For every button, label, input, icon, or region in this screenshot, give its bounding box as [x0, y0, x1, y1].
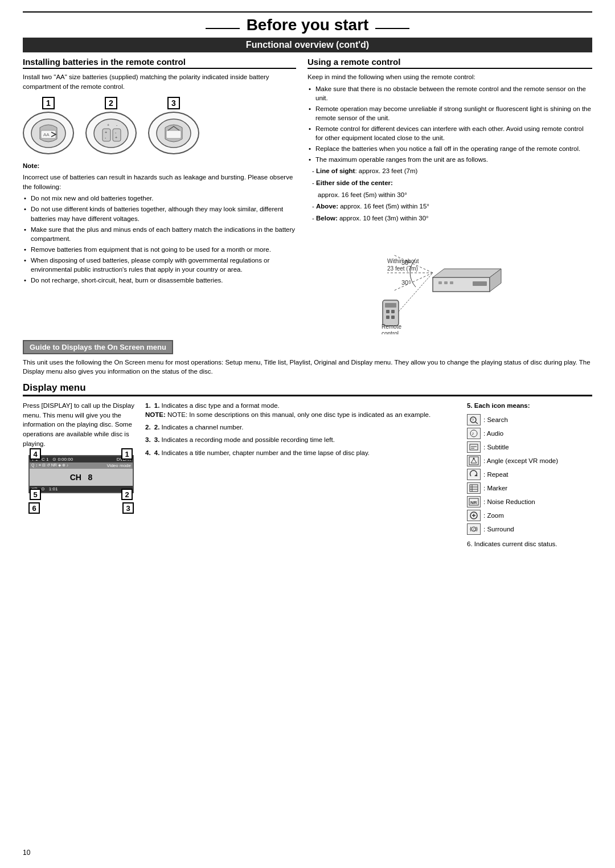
svg-rect-32 [386, 316, 390, 319]
screen-video-mode: Video mode [106, 463, 131, 468]
display-press-text: Press [DISPLAY] to call up the Display m… [23, 401, 137, 448]
page-title: Before you start [247, 16, 369, 34]
svg-text:+: + [107, 123, 109, 127]
item1-text: Indicates a disc type and a format mode. [162, 402, 280, 409]
item3-text: Indicates a recording mode and possible … [162, 436, 335, 443]
icon-nr: NR : Noise Reduction [467, 496, 592, 507]
screen-display: T 1 C 1 ⊙ 0:00:00 DVD-R Q ↕ ≡ ⊟ ↺ NR ◈ ⊕… [28, 455, 134, 493]
display-menu-title: Display menu [23, 382, 592, 396]
range-4: - Below: approx. 10 feet (3m) within 30° [312, 214, 592, 223]
corner-6: 6 [28, 502, 40, 514]
remote-bullet-list: Make sure that there is no obstacle betw… [308, 84, 592, 165]
screen-diagram-wrapper: 4 1 T 1 C 1 ⊙ 0:00:00 DVD-R Q ↕ ≡ ⊟ ↺ NR… [28, 455, 134, 493]
bullet-item: Do not recharge, short-circuit, heat, bu… [23, 276, 296, 285]
svg-rect-33 [391, 316, 395, 319]
range-1: - Line of sight: approx. 23 feet (7m) [312, 166, 592, 176]
step-3-num: 3 [167, 97, 180, 109]
screen-body: CH 8 [30, 469, 133, 486]
audio-label: : Audio [483, 430, 503, 437]
svg-rect-13 [166, 130, 181, 138]
range-2: - Either side of the center: [312, 178, 592, 188]
icon-audio: ♪ : Audio [467, 428, 592, 439]
svg-line-23 [393, 273, 433, 291]
right-column: Using a remote control Keep in mind the … [308, 57, 592, 334]
remote-bullet-1: Make sure that there is no obstacle betw… [308, 84, 592, 103]
title-decoration-left [206, 28, 240, 29]
battery-intro: Install two "AA" size batteries (supplie… [23, 72, 296, 91]
search-label: : Search [483, 416, 508, 423]
svg-text:Within about: Within about [387, 258, 419, 264]
svg-rect-29 [385, 303, 396, 308]
svg-marker-15 [433, 269, 501, 277]
svg-rect-17 [438, 281, 442, 284]
svg-point-47 [473, 457, 475, 459]
icon-subtitle: : Subtitle [467, 441, 592, 453]
svg-text:?: ? [472, 417, 474, 423]
screen-mode-bar: Q ↕ ≡ ⊟ ↺ NR ◈ ⊕ ♪ Video mode [30, 462, 133, 469]
display-menu-cols: Press [DISPLAY] to call up the Display m… [23, 401, 592, 551]
svg-rect-31 [391, 310, 395, 313]
remote-intro: Keep in mind the following when using th… [308, 72, 592, 82]
using-remote-header: Using a remote control [308, 57, 592, 69]
display-col-3: 5. Each icon means: ? : Search ♪ : Audio [467, 401, 592, 551]
icon-search: ? : Search [467, 414, 592, 425]
subtitle-label: : Subtitle [483, 444, 509, 451]
note-text: Incorrect use of batteries can result in… [23, 173, 296, 191]
display-col-2: 1. Indicates a disc type and a format mo… [145, 401, 458, 551]
audio-icon-box: ♪ [467, 428, 481, 439]
battery-img-1: AA [23, 112, 74, 154]
marker-icon-box [467, 482, 481, 494]
item6-text: 6. Indicates current disc status. [467, 539, 592, 549]
guide-section: Guide to Displays the On Screen menu Thi… [23, 340, 592, 376]
remote-bullet-3: Remote control for different devices can… [308, 124, 592, 142]
numbered-item-2: 2. Indicates a channel number. [145, 423, 458, 432]
nr-icon-box: NR [467, 496, 481, 507]
angle-label: : Angle (except VR mode) [483, 457, 558, 464]
screen-bottom-bar: XP ⊙ 1:01 [30, 486, 133, 492]
bullet-item: Do not mix new and old batteries togethe… [23, 194, 296, 203]
svg-rect-42 [470, 444, 478, 450]
battery-step-1: 1 AA [23, 97, 74, 154]
battery-step-3: 3 [148, 97, 199, 154]
display-menu-section: Display menu Press [DISPLAY] to call up … [23, 382, 592, 551]
surround-icon-box: ♫ [467, 523, 481, 535]
nr-label: : Noise Reduction [483, 498, 535, 505]
range-svg: 30° 30° Within about 23 feet (7m) Remote… [376, 232, 524, 334]
svg-rect-19 [450, 281, 453, 284]
installing-batteries-header: Installing batteries in the remote contr… [23, 57, 296, 69]
zoom-icon-box [467, 510, 481, 521]
marker-label: : Marker [483, 485, 507, 492]
battery-bullet-list: Do not mix new and old batteries togethe… [23, 194, 296, 285]
bullet-item: Do not use different kinds of batteries … [23, 204, 296, 223]
remote-bullet-5: The maximum operable ranges from the uni… [308, 155, 592, 164]
step-1-num: 1 [42, 97, 55, 109]
ranges-list: - Line of sight: approx. 23 feet (7m) - … [312, 166, 592, 223]
icons-header: 5. Each icon means: [467, 401, 592, 411]
bottom-corner-row: 6 3 [28, 502, 134, 514]
display-col-1: Press [DISPLAY] to call up the Display m… [23, 401, 137, 551]
zoom-label: : Zoom [483, 512, 504, 519]
repeat-icon-box [467, 469, 481, 480]
bullet-item: When disposing of used batteries, please… [23, 256, 296, 274]
item4-text: Indicates a title number, chapter number… [162, 449, 370, 456]
svg-text:♫: ♫ [472, 526, 476, 532]
svg-rect-30 [386, 310, 390, 313]
icon-marker: : Marker [467, 482, 592, 494]
icon-zoom: : Zoom [467, 510, 592, 521]
svg-line-38 [475, 422, 478, 424]
screen-icons-row: Q ↕ ≡ ⊟ ↺ NR ◈ ⊕ ♪ [31, 463, 68, 468]
surround-label: : Surround [483, 526, 514, 533]
search-icon-box: ? [467, 414, 481, 425]
left-column: Installing batteries in the remote contr… [23, 57, 296, 334]
icon-surround: ♫ : Surround [467, 523, 592, 535]
page-number: 10 [23, 849, 30, 857]
note-label: Note: [23, 161, 296, 171]
numbered-item-3: 3. Indicates a recording mode and possib… [145, 435, 458, 444]
svg-text:control: control [382, 330, 399, 334]
guide-text: This unit uses the following the On Scre… [23, 358, 592, 376]
remote-bullet-4: Replace the batteries when you notice a … [308, 144, 592, 153]
corner-1: 1 [121, 448, 133, 460]
angle-icon-box [467, 455, 481, 466]
page-title-section: Before you start [23, 16, 592, 34]
bullet-item: Make sure that the plus and minus ends o… [23, 225, 296, 243]
